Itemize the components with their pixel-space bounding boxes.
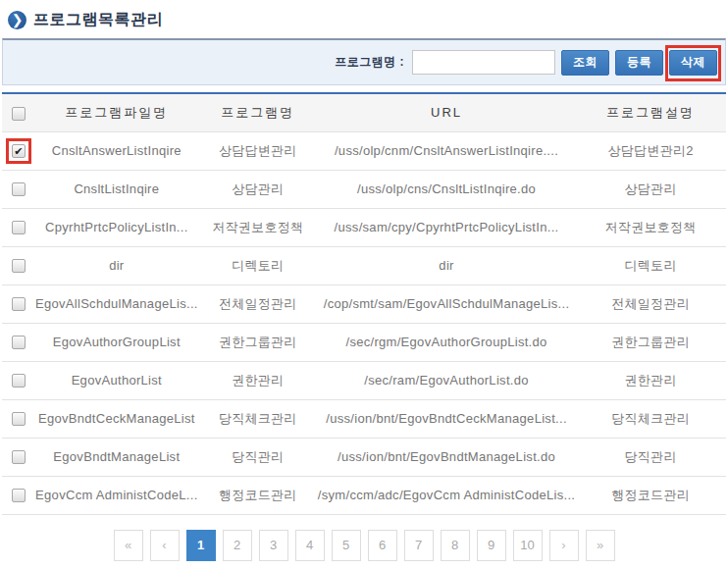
- checkbox-cell: [2, 323, 35, 361]
- chevron-right-icon: ❯: [8, 11, 26, 29]
- table-row: EgovBndtCeckManageList 당직체크관리 /uss/ion/b…: [2, 399, 726, 438]
- table-row: CnsltListInqire 상담관리 /uss/olp/cns/CnsltL…: [2, 170, 726, 208]
- row-checkbox[interactable]: [12, 336, 26, 349]
- table-row: ✔ CnsltAnswerListInqire 상담답변관리 /uss/olp/…: [2, 131, 726, 170]
- row-checkbox[interactable]: [12, 374, 26, 388]
- cell-program-name: 디렉토리: [198, 246, 318, 284]
- cell-program-file: dir: [35, 246, 198, 284]
- cell-url: dir: [318, 246, 575, 284]
- cell-program-desc: 상담관리: [575, 170, 726, 208]
- cell-program-name: 상담관리: [198, 170, 318, 208]
- pagination-page-8[interactable]: 8: [441, 530, 470, 561]
- cell-program-name: 저작권보호정책: [198, 208, 318, 246]
- cell-url: /uss/ion/bnt/EgovBndtCeckManageList...: [318, 399, 575, 438]
- checkbox-cell: [2, 246, 35, 284]
- pagination-page-5[interactable]: 5: [332, 530, 361, 561]
- table-row: EgovAuthorList 권한관리 /sec/ram/EgovAuthorL…: [2, 361, 726, 399]
- cell-program-file: EgovAuthorGroupList: [35, 323, 198, 361]
- select-all-header-cell: [2, 93, 35, 131]
- row-checkbox[interactable]: [12, 489, 26, 502]
- cell-program-desc: 당직관리: [575, 438, 726, 476]
- page-title: 프로그램목록관리: [33, 10, 163, 30]
- cell-program-file: EgovAuthorList: [35, 361, 198, 399]
- cell-program-file: EgovBndtCeckManageList: [35, 399, 198, 438]
- pagination-page-9[interactable]: 9: [477, 530, 506, 561]
- cell-program-desc: 디렉토리: [575, 246, 726, 284]
- cell-program-desc: 행정코드관리: [575, 476, 726, 514]
- cell-url: /sec/ram/EgovAuthorList.do: [318, 361, 575, 399]
- cell-program-name: 전체일정관리: [198, 284, 318, 323]
- checkmark-icon: ✔: [14, 146, 24, 157]
- checkbox-cell: [2, 284, 35, 323]
- cell-program-desc: 저작권보호정책: [575, 208, 726, 246]
- pagination-last[interactable]: »: [586, 530, 615, 561]
- cell-program-desc: 전체일정관리: [575, 284, 726, 323]
- cell-program-file: CnsltListInqire: [35, 170, 198, 208]
- table-row: EgovAuthorGroupList 권한그룹관리 /sec/rgm/Egov…: [2, 323, 726, 361]
- checkbox-cell: ✔: [2, 131, 35, 170]
- cell-program-file: EgovBndtManageList: [35, 438, 198, 476]
- pagination-prev[interactable]: ‹: [150, 530, 180, 561]
- checkbox-cell: [2, 399, 35, 438]
- cell-program-desc: 권한그룹관리: [575, 323, 726, 361]
- delete-button[interactable]: 삭제: [669, 50, 717, 76]
- pagination-page-1[interactable]: 1: [186, 530, 216, 561]
- cell-url: /uss/olp/cns/CnsltListInqire.do: [318, 170, 575, 208]
- pagination-page-4[interactable]: 4: [295, 530, 325, 561]
- table-row: EgovAllSchdulManageLis... 전체일정관리 /cop/sm…: [2, 284, 726, 323]
- row-checkbox[interactable]: ✔: [12, 144, 26, 158]
- search-button[interactable]: 조회: [561, 50, 609, 76]
- program-table-body: ✔ CnsltAnswerListInqire 상담답변관리 /uss/olp/…: [2, 131, 726, 514]
- program-name-label: 프로그램명 :: [335, 54, 404, 71]
- cell-program-desc: 권한관리: [575, 361, 726, 399]
- cell-url: /cop/smt/sam/EgovAllSchdulManageLis...: [318, 284, 575, 323]
- cell-program-name: 당직관리: [198, 438, 318, 476]
- table-header-row: 프로그램파일명 프로그램명 URL 프로그램설명: [2, 93, 726, 131]
- chevron-glyph: ❯: [12, 13, 24, 26]
- row-checkbox[interactable]: [12, 412, 26, 426]
- pagination-page-10[interactable]: 10: [513, 530, 543, 561]
- cell-program-name: 권한관리: [198, 361, 318, 399]
- cell-program-file: EgovAllSchdulManageLis...: [35, 284, 198, 323]
- cell-url: /sec/rgm/EgovAuthorGroupList.do: [318, 323, 575, 361]
- row-checkbox[interactable]: [12, 259, 26, 273]
- cell-program-file: CnsltAnswerListInqire: [35, 131, 198, 170]
- column-header-desc: 프로그램설명: [575, 93, 726, 131]
- table-row: EgovBndtManageList 당직관리 /uss/ion/bnt/Ego…: [2, 438, 726, 476]
- pagination-page-7[interactable]: 7: [404, 530, 434, 561]
- column-header-name: 프로그램명: [198, 93, 318, 131]
- cell-program-desc: 상담답변관리2: [575, 131, 726, 170]
- cell-program-name: 행정코드관리: [198, 476, 318, 514]
- checkbox-cell: [2, 170, 35, 208]
- table-row: dir 디렉토리 dir 디렉토리: [2, 246, 726, 284]
- cell-program-name: 상담답변관리: [198, 131, 318, 170]
- cell-url: /sym/ccm/adc/EgovCcm AdministCodeLis...: [318, 476, 575, 514]
- table-row: CpyrhtPrtcPolicyListIn... 저작권보호정책 /uss/s…: [2, 208, 726, 246]
- search-panel: 프로그램명 : 조회 등록 삭제: [2, 38, 726, 85]
- program-name-input[interactable]: [412, 50, 555, 75]
- row-checkbox[interactable]: [12, 297, 26, 311]
- column-header-url: URL: [318, 93, 575, 131]
- pagination-page-2[interactable]: 2: [223, 530, 252, 561]
- cell-program-file: CpyrhtPrtcPolicyListIn...: [35, 208, 198, 246]
- program-table: 프로그램파일명 프로그램명 URL 프로그램설명 ✔ CnsltAnswerLi…: [2, 92, 726, 515]
- pagination-page-6[interactable]: 6: [368, 530, 397, 561]
- checkbox-cell: [2, 208, 35, 246]
- cell-program-name: 당직체크관리: [198, 399, 318, 438]
- column-header-file: 프로그램파일명: [35, 93, 198, 131]
- register-button[interactable]: 등록: [615, 50, 663, 76]
- cell-program-desc: 당직체크관리: [575, 399, 726, 438]
- pagination: «‹12345678910›»: [2, 530, 726, 561]
- row-checkbox[interactable]: [12, 450, 26, 464]
- cell-program-name: 권한그룹관리: [198, 323, 318, 361]
- cell-url: /uss/sam/cpy/CpyrhtPrtcPolicyListIn...: [318, 208, 575, 246]
- row-checkbox[interactable]: [12, 221, 26, 234]
- row-checkbox[interactable]: [12, 182, 26, 196]
- cell-url: /uss/ion/bnt/EgovBndtManageList.do: [318, 438, 575, 476]
- select-all-checkbox[interactable]: [12, 107, 26, 121]
- pagination-next[interactable]: ›: [549, 530, 579, 561]
- cell-url: /uss/olp/cnm/CnsltAnswerListInqire....: [318, 131, 575, 170]
- pagination-page-3[interactable]: 3: [259, 530, 288, 561]
- pagination-first[interactable]: «: [114, 530, 143, 561]
- cell-program-file: EgovCcm AdministCodeL...: [35, 476, 198, 514]
